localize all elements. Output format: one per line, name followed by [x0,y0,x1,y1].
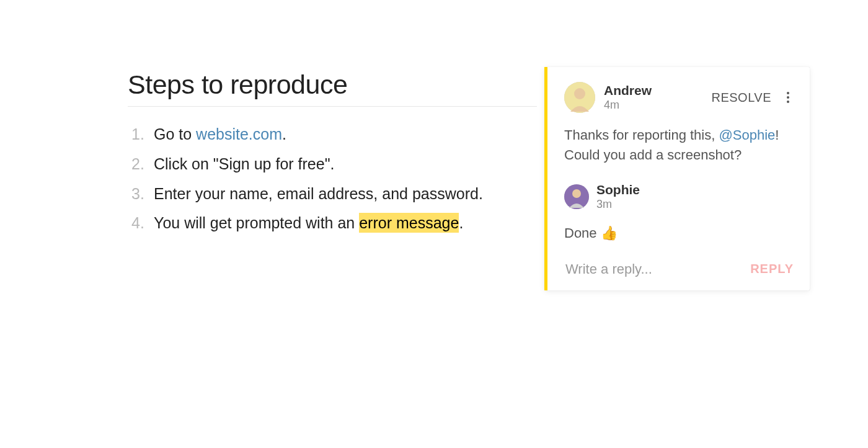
reply-row: REPLY [564,261,794,278]
website-link[interactable]: website.com [196,125,282,143]
page-title: Steps to reproduce [128,69,537,100]
document-section: Steps to reproduce Go to website.com. Cl… [128,69,537,243]
step-item[interactable]: Go to website.com. [128,124,537,145]
comment-thread-panel: Andrew 4m RESOLVE Thanks for reporting t… [544,67,810,290]
steps-list: Go to website.com. Click on "Sign up for… [128,124,537,234]
step-text: Click on "Sign up for free". [154,155,335,172]
comment: Andrew 4m RESOLVE Thanks for reporting t… [564,82,794,165]
user-mention[interactable]: @Sophie [719,127,775,143]
step-item[interactable]: You will get prompted with an error mess… [128,213,537,234]
comment-header: Andrew 4m RESOLVE [564,82,794,113]
svg-point-1 [574,88,585,99]
step-text: . [459,214,463,231]
comment-author: Sophie [596,182,640,197]
comment-text: Done 👍 [564,225,618,241]
step-item[interactable]: Click on "Sign up for free". [128,154,537,175]
avatar[interactable] [564,82,595,113]
reply-input[interactable] [564,261,740,278]
comment-body: Done 👍 [564,223,794,243]
comment-text: Thanks for reporting this, [564,127,719,143]
reply-button[interactable]: REPLY [740,262,794,276]
comment: Sophie 3m Done 👍 [564,182,794,243]
step-text: Enter your name, email address, and pass… [154,185,483,202]
title-divider [128,106,537,107]
comment-header: Sophie 3m [564,182,794,211]
comment-timestamp: 3m [596,198,640,211]
step-text: Go to [154,125,196,143]
comment-body: Thanks for reporting this, @Sophie! Coul… [564,125,794,165]
highlighted-text[interactable]: error message [359,213,459,233]
comment-author: Andrew [604,83,652,97]
step-item[interactable]: Enter your name, email address, and pass… [128,184,537,205]
more-options-icon[interactable] [782,89,794,105]
resolve-button[interactable]: RESOLVE [712,91,772,105]
step-text: You will get prompted with an [154,214,359,231]
svg-point-3 [572,189,581,198]
step-text: . [282,125,286,143]
comment-timestamp: 4m [604,99,652,112]
avatar[interactable] [564,184,589,209]
